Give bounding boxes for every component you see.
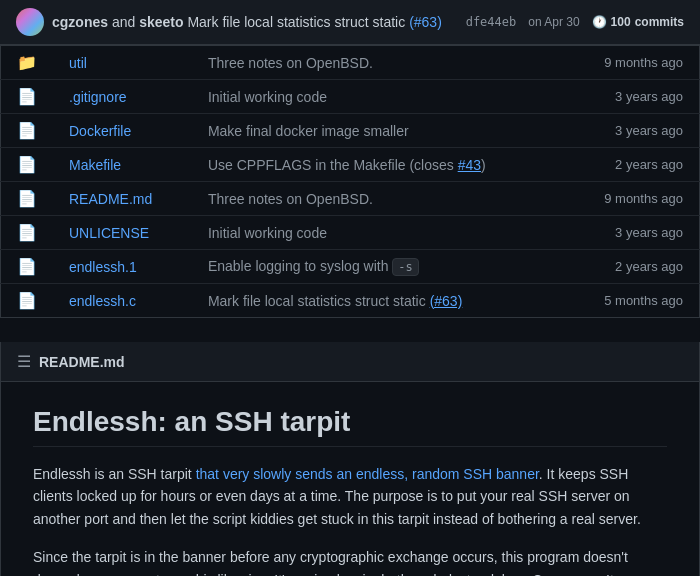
- commit-badge: -s: [392, 258, 418, 276]
- table-row: 📄endlessh.1Enable logging to syslog with…: [1, 250, 700, 284]
- commit-hash[interactable]: dfe44eb: [466, 15, 517, 29]
- commit-message-text: Mark file local statistics struct static: [187, 14, 409, 30]
- commit-authors: cgzones and skeeto Mark file local stati…: [52, 14, 466, 30]
- table-row: 📄endlessh.cMark file local statistics st…: [1, 284, 700, 318]
- commit-message: Enable logging to syslog with -s: [192, 250, 565, 284]
- commits-count: 100: [611, 15, 631, 29]
- message-text: Enable logging to syslog with: [208, 258, 392, 274]
- message-text: Use CPPFLAGS in the Makefile (closes: [208, 157, 458, 173]
- file-icon: 📄: [17, 258, 37, 275]
- commits-count-group: 🕐 100 commits: [592, 15, 684, 29]
- readme-section-title: README.md: [39, 354, 125, 370]
- file-time: 2 years ago: [565, 148, 699, 182]
- readme-paragraph2: Since the tarpit is in the banner before…: [33, 546, 667, 576]
- file-time: 9 months ago: [565, 182, 699, 216]
- para2-text: Since the tarpit is in the banner before…: [33, 549, 647, 576]
- author2-link[interactable]: skeeto: [139, 14, 183, 30]
- file-name[interactable]: util: [69, 55, 87, 71]
- issue-link[interactable]: #43: [458, 157, 481, 173]
- file-name[interactable]: README.md: [69, 191, 152, 207]
- author1-link[interactable]: cgzones: [52, 14, 108, 30]
- file-name[interactable]: endlessh.1: [69, 259, 137, 275]
- commit-message: Three notes on OpenBSD.: [192, 182, 565, 216]
- commit-message: Make final docker image smaller: [192, 114, 565, 148]
- file-time: 3 years ago: [565, 216, 699, 250]
- file-name[interactable]: .gitignore: [69, 89, 127, 105]
- readme-header: ☰ README.md: [0, 342, 700, 382]
- file-icon: 📄: [17, 88, 37, 105]
- file-name[interactable]: Makefile: [69, 157, 121, 173]
- file-time: 3 years ago: [565, 114, 699, 148]
- commit-bar: cgzones and skeeto Mark file local stati…: [0, 0, 700, 45]
- file-time: 2 years ago: [565, 250, 699, 284]
- file-icon: 📄: [17, 292, 37, 309]
- file-name[interactable]: Dockerfile: [69, 123, 131, 139]
- message-text: Mark file local statistics struct static: [208, 293, 430, 309]
- commit-message: Mark file local statistics struct static…: [192, 284, 565, 318]
- file-icon: 📄: [17, 224, 37, 241]
- para1-before: Endlessh is an SSH tarpit: [33, 466, 196, 482]
- table-row: 📄.gitignoreInitial working code3 years a…: [1, 80, 700, 114]
- message-suffix: ): [481, 157, 486, 173]
- file-time: 9 months ago: [565, 46, 699, 80]
- commit-message: Three notes on OpenBSD.: [192, 46, 565, 80]
- file-icon: 📄: [17, 156, 37, 173]
- conjunction: and: [112, 14, 139, 30]
- table-row: 📁utilThree notes on OpenBSD.9 months ago: [1, 46, 700, 80]
- issue-ref[interactable]: (#63): [409, 14, 442, 30]
- table-row: 📄MakefileUse CPPFLAGS in the Makefile (c…: [1, 148, 700, 182]
- table-row: 📄DockerfileMake final docker image small…: [1, 114, 700, 148]
- message-text: Three notes on OpenBSD.: [208, 191, 373, 207]
- message-text: Three notes on OpenBSD.: [208, 55, 373, 71]
- para1-link[interactable]: that very slowly sends an endless, rando…: [196, 466, 539, 482]
- commit-meta: dfe44eb on Apr 30 🕐 100 commits: [466, 15, 684, 29]
- message-text: Make final docker image smaller: [208, 123, 409, 139]
- table-row: 📄UNLICENSEInitial working code3 years ag…: [1, 216, 700, 250]
- commits-label: commits: [635, 15, 684, 29]
- commit-message: Initial working code: [192, 80, 565, 114]
- file-time: 3 years ago: [565, 80, 699, 114]
- file-table: 📁utilThree notes on OpenBSD.9 months ago…: [0, 45, 700, 318]
- message-text: Initial working code: [208, 89, 327, 105]
- list-icon: ☰: [17, 352, 31, 371]
- commit-message: Initial working code: [192, 216, 565, 250]
- readme-h1: Endlessh: an SSH tarpit: [33, 406, 667, 447]
- message-text: Initial working code: [208, 225, 327, 241]
- readme-body: Endlessh: an SSH tarpit Endlessh is an S…: [0, 382, 700, 576]
- file-name[interactable]: endlessh.c: [69, 293, 136, 309]
- readme-paragraph1: Endlessh is an SSH tarpit that very slow…: [33, 463, 667, 530]
- commit-message: Use CPPFLAGS in the Makefile (closes #43…: [192, 148, 565, 182]
- avatar: [16, 8, 44, 36]
- folder-icon: 📁: [17, 54, 37, 71]
- history-icon: 🕐: [592, 15, 607, 29]
- file-icon: 📄: [17, 190, 37, 207]
- file-icon: 📄: [17, 122, 37, 139]
- file-time: 5 months ago: [565, 284, 699, 318]
- para1-link-text: that very slowly sends an endless, rando…: [196, 466, 539, 482]
- file-name[interactable]: UNLICENSE: [69, 225, 149, 241]
- issue-link[interactable]: (#63): [430, 293, 463, 309]
- commit-date: on Apr 30: [528, 15, 579, 29]
- table-row: 📄README.mdThree notes on OpenBSD.9 month…: [1, 182, 700, 216]
